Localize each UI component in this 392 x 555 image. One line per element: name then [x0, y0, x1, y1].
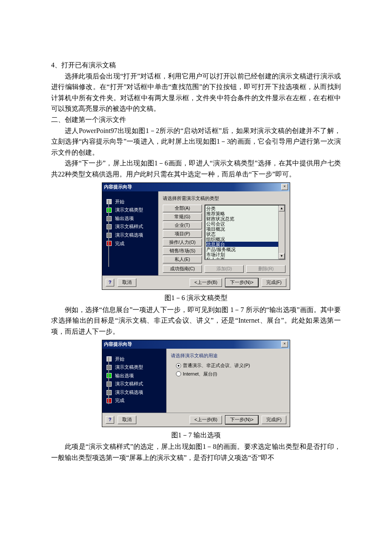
wizard-step-label: 演示文稿选项 [115, 231, 143, 239]
wizard-spine [108, 200, 109, 267]
wizard-step-label: 演示文稿样式 [115, 380, 143, 388]
wizard-step-box [107, 382, 112, 387]
category-button-private[interactable]: 私人(E) [163, 256, 202, 263]
close-icon[interactable]: × [281, 341, 288, 347]
scroll-up-icon[interactable]: ▲ [279, 205, 285, 211]
dialog-titlebar[interactable]: 内容提示向导 × [102, 340, 290, 349]
category-button-general[interactable]: 常规(G) [163, 213, 202, 221]
category-button-sales[interactable]: 销售/市场(S) [163, 247, 202, 255]
type-listbox[interactable]: 分类 推荐策略 财政状况总览 公司会议 项目概况 状态 组织概况 信息展台 产品… [205, 205, 285, 260]
paragraph: 选择“下一步”，屏上出现如图1－6画面，即进人“演示文稿类型”选择，在其中提供用… [51, 158, 341, 179]
radio-option-normal[interactable]: 普通演示、非正式会议、讲义(P) [176, 362, 285, 370]
radio-option-internet[interactable]: Internet、展台(I) [176, 370, 285, 378]
paragraph: 例如，选择“信息展台”一项进人下一步，即可见到如图 1－7 所示的“输出选项”画… [51, 304, 341, 337]
wizard-step-box [107, 199, 112, 204]
wizard-step-box [107, 224, 112, 229]
paragraph: 选择此项后会出现“打开”对话框，利用它用户可以打开以前已经创建的演示文稿进行演示… [51, 71, 341, 114]
wizard-step-label: 开始 [115, 356, 124, 363]
dialog-footer: ? 取消 <上一步(B) 下一步(N)> 完成(F) [102, 413, 290, 427]
list-item[interactable]: 组织概况 [206, 237, 285, 242]
scroll-down-icon[interactable]: ▼ [279, 253, 285, 259]
finish-button[interactable]: 完成(F) [262, 416, 286, 424]
wizard-step-label: 输出选项 [115, 215, 134, 223]
figure-caption-1-6: 图1－6 演示文稿类型 [51, 292, 341, 304]
radio-icon[interactable] [176, 371, 181, 376]
wizard-step-label: 完成 [115, 397, 124, 405]
add-button: 添加(D) [205, 265, 244, 273]
dialog-title: 内容提示向导 [104, 183, 132, 191]
radio-label: 普通演示、非正式会议、讲义(P) [183, 362, 250, 370]
wizard-step-box-active [107, 208, 112, 213]
wizard-dialog-presentation-type: 内容提示向导 × 开始 演示文稿类型 输出选项 演示文稿样式 演示文稿选项 完成… [102, 182, 290, 290]
list-item[interactable]: 市场计划 [206, 252, 285, 257]
wizard-steps-pane: 开始 演示文稿类型 输出选项 演示文稿样式 演示文稿选项 完成 [102, 191, 158, 276]
wizard-step-box [107, 365, 112, 370]
back-button[interactable]: <上一步(B) [190, 278, 222, 287]
prompt-label: 请选择所需演示文稿的类型 [163, 195, 285, 202]
heading-4: 4、打开已有演示文稿 [51, 60, 341, 71]
list-item[interactable]: 状态 [206, 231, 285, 237]
wizard-step-box [107, 241, 112, 246]
cancel-button[interactable]: 取消 [118, 278, 136, 287]
back-button[interactable]: <上一步(B) [190, 416, 222, 424]
category-buttons-column: 全部(A) 常规(G) 企业(T) 项目(P) 操作/人力(O) 销售/市场(S… [163, 205, 202, 263]
wizard-step-box-active [107, 373, 112, 378]
finish-button[interactable]: 完成(F) [262, 278, 286, 287]
wizard-step-box [107, 216, 112, 221]
next-button[interactable]: 下一步(N)> [225, 416, 258, 424]
wizard-step-label: 完成 [115, 240, 124, 248]
radio-icon[interactable] [176, 363, 181, 368]
remove-button: 删除(R) [246, 265, 285, 273]
list-item[interactable]: 推荐策略 [206, 211, 285, 216]
dialog-footer: ? 取消 <上一步(B) 下一步(N)> 完成(F) [102, 275, 290, 289]
wizard-dialog-output-options: 内容提示向导 × 开始 演示文稿类型 输出选项 演示文稿样式 演示文稿选项 完成… [102, 340, 290, 427]
wizard-step-label: 演示文稿类型 [115, 364, 143, 371]
wizard-spine [108, 357, 109, 404]
wizard-step-label: 输出选项 [115, 372, 134, 380]
wizard-step-label: 演示文稿类型 [115, 206, 143, 214]
scrollbar[interactable]: ▲ ▼ [278, 205, 285, 259]
figure-caption-1-7: 图1－7 输出选项 [51, 430, 341, 441]
list-item[interactable]: 产品/服务概况 [206, 247, 285, 252]
list-item[interactable]: 项目概况 [206, 226, 285, 231]
radio-label: Internet、展台(I) [183, 370, 217, 378]
list-item-selected[interactable]: 信息展台 [206, 242, 285, 247]
close-icon[interactable]: × [281, 184, 288, 190]
success-guide-button[interactable]: 成功指南(C) [163, 265, 202, 273]
wizard-step-label: 演示文稿选项 [115, 389, 143, 396]
next-button[interactable]: 下一步(N)> [225, 278, 258, 287]
wizard-step-box [107, 356, 112, 361]
wizard-content-pane: 请选择演示文稿的用途 普通演示、非正式会议、讲义(P) Internet、展台(… [166, 349, 290, 413]
list-item[interactable]: 公司会议 [206, 221, 285, 226]
wizard-step-box [107, 398, 112, 403]
paragraph: 此项是“演示文稿样式”的选定，屏上出现如图1－8的画面。要求选定输出类型和是否打… [51, 441, 341, 463]
prompt-label: 请选择演示文稿的用途 [171, 352, 285, 360]
document-page: 4、打开已有演示文稿 选择此项后会出现“打开”对话框，利用它用户可以打开以前已经… [0, 0, 392, 489]
dialog-title: 内容提示向导 [104, 341, 132, 348]
category-button-project[interactable]: 项目(P) [163, 230, 202, 238]
dialog-titlebar[interactable]: 内容提示向导 × [102, 183, 290, 191]
category-button-all[interactable]: 全部(A) [163, 205, 202, 212]
list-item[interactable]: 分类 [206, 206, 285, 211]
wizard-content-pane: 请选择所需演示文稿的类型 全部(A) 常规(G) 企业(T) 项目(P) 操作/… [158, 191, 290, 276]
wizard-step-box [107, 390, 112, 395]
wizard-step-label: 开始 [115, 198, 124, 206]
category-button-ops[interactable]: 操作/人力(O) [163, 239, 202, 246]
wizard-step-box [107, 233, 112, 238]
list-item[interactable]: 私人主页 [206, 257, 285, 260]
wizard-step-label: 演示文稿样式 [115, 223, 143, 231]
category-button-enterprise[interactable]: 企业(T) [163, 222, 202, 229]
help-icon[interactable]: ? [106, 279, 114, 286]
help-icon[interactable]: ? [106, 416, 114, 424]
cancel-button[interactable]: 取消 [118, 416, 136, 424]
paragraph: 进人PowerPoint97出现如图1－2所示的“启动对话框”后，如果对演示文稿… [51, 125, 341, 158]
list-item[interactable]: 财政状况总览 [206, 216, 285, 221]
wizard-steps-pane: 开始 演示文稿类型 输出选项 演示文稿样式 演示文稿选项 完成 [102, 349, 166, 413]
heading-2: 二、创建第一个演示文件 [51, 114, 341, 125]
